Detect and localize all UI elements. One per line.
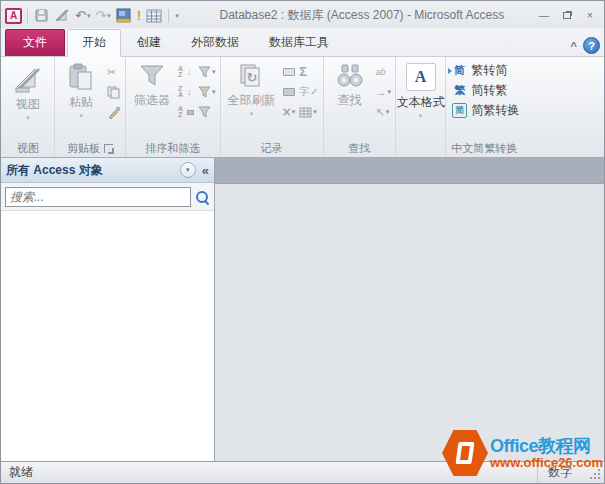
dropdown-icon[interactable]: ▾ (386, 108, 390, 116)
undo-icon: ↶ (75, 8, 86, 24)
save-record-icon (283, 88, 295, 96)
run-button[interactable]: ! (136, 7, 142, 25)
spelling-icon: 字 (299, 86, 309, 98)
spelling-button[interactable]: 字 ✓ (298, 84, 319, 100)
group-chinese-conversion: 简 繁转简 繁 简转繁 简 简繁转换 中文简繁转换 (446, 57, 522, 157)
run-icon: ! (137, 8, 141, 23)
trad-to-simp-button[interactable]: 简 繁转简 (452, 61, 507, 80)
object-list[interactable] (1, 211, 214, 461)
text-format-dropdown-icon[interactable]: ▾ (419, 112, 423, 120)
dropdown-icon[interactable]: ▾ (292, 108, 296, 116)
search-input[interactable] (5, 187, 191, 207)
view-button[interactable] (53, 7, 71, 25)
selection-filter-button[interactable]: ▾ (197, 64, 217, 80)
format-painter-icon (107, 106, 121, 119)
status-num-lock[interactable]: 数字 (537, 462, 582, 483)
refresh-dropdown-icon[interactable]: ▾ (250, 110, 254, 118)
goto-button[interactable]: → ▾ (375, 84, 393, 100)
sigma-icon: Σ (299, 66, 307, 78)
datasheet-button[interactable] (145, 7, 163, 25)
tab-home[interactable]: 开始 (67, 29, 121, 57)
navigation-menu-button[interactable]: ▾ (180, 162, 196, 178)
group-sort-filter-label: 排序和筛选 (129, 140, 217, 157)
simp-to-trad-icon: 繁 (452, 83, 467, 98)
text-format-label: 文本格式 (397, 94, 445, 111)
dropdown-icon[interactable]: ▾ (388, 88, 392, 96)
navigation-pane-title: 所有 Access 对象 (6, 162, 180, 179)
paste-button-label: 粘贴 (69, 94, 93, 111)
undo-dropdown-icon[interactable]: ▾ (87, 12, 91, 20)
text-format-a-icon: A (406, 63, 436, 91)
toggle-filter-button[interactable] (197, 104, 217, 120)
form-view-icon (116, 8, 132, 23)
restore-button[interactable] (559, 9, 575, 22)
dropdown-icon[interactable]: ▾ (212, 88, 216, 96)
filter-button[interactable]: 筛选器 (129, 61, 175, 109)
datasheet-icon (146, 9, 162, 23)
sort-descending-button[interactable]: ZA ↓ (177, 84, 195, 100)
redo-dropdown-icon[interactable]: ▾ (107, 12, 111, 20)
simp-to-trad-button[interactable]: 繁 简转繁 (452, 81, 507, 100)
dropdown-icon[interactable]: ▾ (313, 108, 317, 116)
refresh-all-label: 全部刷新 (228, 92, 276, 109)
trad-to-simp-icon: 简 (452, 63, 467, 78)
minimize-button[interactable]: — (536, 9, 552, 22)
tab-create[interactable]: 创建 (123, 30, 175, 56)
select-button[interactable]: ↖ ▾ (375, 104, 393, 120)
group-clipboard: 粘贴 ▾ ✂ 剪贴板 (55, 57, 126, 157)
search-icon[interactable] (194, 189, 210, 205)
tab-external-data[interactable]: 外部数据 (177, 30, 253, 56)
filter-icon (138, 63, 166, 89)
sort-ascending-button[interactable]: AZ ↓ (177, 64, 195, 80)
dropdown-icon[interactable]: ▾ (212, 68, 216, 76)
redo-button[interactable]: ↷ ▾ (94, 7, 111, 25)
help-button[interactable]: ? (583, 37, 600, 54)
scissors-icon: ✂ (107, 66, 116, 78)
conversion-options-button[interactable]: 简 简繁转换 (452, 101, 519, 120)
replace-button[interactable]: ab (375, 64, 393, 80)
paste-button[interactable]: 粘贴 ▾ (58, 61, 104, 120)
conversion-options-label: 简繁转换 (471, 102, 519, 119)
document-tab-band (215, 158, 604, 184)
form-view-button[interactable] (115, 7, 133, 25)
clipboard-dialog-launcher[interactable] (104, 144, 113, 153)
paste-dropdown-icon[interactable]: ▾ (79, 112, 83, 120)
views-dropdown-icon[interactable]: ▾ (26, 114, 30, 122)
selection-filter-icon (198, 66, 211, 78)
find-binoculars-icon (336, 63, 364, 89)
group-text-format-label (399, 140, 442, 157)
remove-sort-button[interactable]: AZ (177, 104, 195, 120)
save-record-button[interactable] (282, 84, 297, 100)
undo-button[interactable]: ↶ ▾ (74, 7, 91, 25)
find-button[interactable]: 查找 (327, 61, 373, 109)
close-button[interactable]: × (582, 9, 598, 22)
collapse-ribbon-button[interactable]: ^ (565, 40, 583, 56)
cut-button[interactable]: ✂ (106, 64, 122, 80)
refresh-all-button[interactable]: ↻ 全部刷新 ▾ (224, 61, 280, 118)
views-button[interactable]: 视图 ▾ (5, 61, 51, 122)
group-chinese-conversion-label: 中文简繁转换 (449, 140, 519, 157)
collapse-pane-button[interactable]: « (202, 163, 209, 178)
divider (168, 9, 169, 23)
new-record-button[interactable] (282, 64, 297, 80)
resize-grip[interactable] (586, 465, 602, 481)
totals-button[interactable]: Σ (298, 64, 319, 80)
conversion-options-icon: 简 (452, 103, 467, 118)
sort-arrow-icon: ↓ (187, 87, 192, 97)
advanced-filter-button[interactable]: ▾ (197, 84, 217, 100)
text-format-button[interactable]: A 文本格式 ▾ (398, 61, 444, 120)
tab-database-tools[interactable]: 数据库工具 (255, 30, 343, 56)
svg-text:↻: ↻ (246, 70, 257, 85)
tab-file[interactable]: 文件 (5, 29, 65, 56)
more-button[interactable]: ▾ (298, 104, 319, 120)
access-app-icon[interactable]: A (5, 8, 22, 24)
copy-icon (107, 86, 121, 99)
save-icon (34, 8, 49, 23)
copy-button[interactable] (106, 84, 122, 100)
navigation-pane-header[interactable]: 所有 Access 对象 ▾ « (1, 158, 214, 183)
quick-access-toolbar: A ↶ ▾ ↷ ▾ ! (5, 7, 180, 25)
save-button[interactable] (33, 7, 50, 25)
format-painter-button[interactable] (106, 104, 122, 120)
check-icon: ✓ (310, 86, 318, 98)
delete-record-button[interactable]: × ▾ (282, 104, 297, 120)
